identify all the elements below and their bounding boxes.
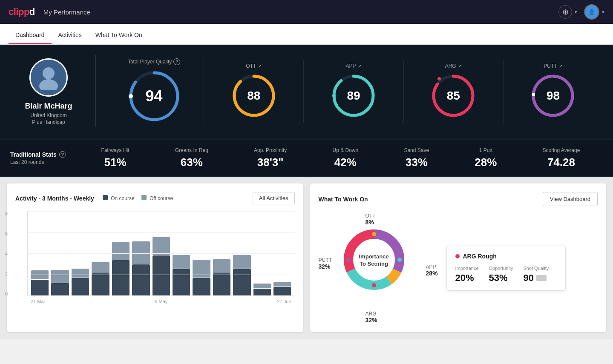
avatar-dropdown-arrow: ▾	[602, 9, 604, 15]
bar-oncourse	[132, 264, 150, 296]
donut-label-app: APP28%	[426, 264, 437, 277]
header: clippd My Performance ⊕ ▾ 👤 ▾	[0, 0, 613, 24]
bar-offcourse	[153, 237, 170, 255]
donut-wrapper: OTT8% APP28% ARG32% PUTT32%	[319, 213, 438, 324]
score-app-label: APP ↗	[346, 63, 362, 69]
header-title: My Performance	[43, 9, 90, 16]
hero-scores: Total Player Quality ? 94 OTT ↗	[104, 55, 603, 127]
donut-label-arg: ARG32%	[365, 311, 377, 324]
bar-group	[153, 237, 170, 296]
circle-app: 89	[330, 72, 377, 119]
x-label-3: 27 Jun	[277, 299, 291, 304]
circle-ott: 88	[230, 72, 277, 119]
header-right: ⊕ ▾ 👤 ▾	[558, 4, 604, 20]
help-icon-trad[interactable]: ?	[59, 151, 66, 158]
avatar[interactable]: 👤	[584, 4, 599, 20]
bar-oncourse	[51, 283, 69, 296]
score-total: Total Player Quality ? 94	[104, 55, 204, 127]
tab-what-to-work-on[interactable]: What To Work On	[89, 24, 149, 44]
circle-putt: 98	[530, 72, 576, 119]
bar-oncourse	[253, 289, 271, 296]
add-dropdown-arrow: ▾	[575, 9, 577, 15]
trad-stats-grid: Fairways Hit 51% Greens In Reg 63% App. …	[78, 147, 603, 169]
view-dashboard-button[interactable]: View Dashboard	[543, 192, 598, 206]
chart-bars	[27, 211, 295, 296]
player-avatar	[29, 58, 68, 97]
bar-offcourse	[273, 282, 291, 287]
bar-group	[233, 255, 250, 296]
bar-offcourse	[51, 270, 69, 283]
score-app: APP ↗ 89	[304, 60, 403, 123]
bar-oncourse	[213, 273, 230, 296]
metric-importance: Importance 20%	[455, 266, 479, 284]
info-card-title: ARG Rough	[455, 253, 557, 260]
info-card: ARG Rough Importance 20% Opportunity 53%…	[446, 246, 566, 291]
bar-offcourse	[173, 255, 190, 269]
offcourse-dot	[141, 195, 147, 200]
svg-point-4	[129, 94, 133, 98]
svg-point-23	[397, 258, 402, 262]
bar-offcourse	[72, 269, 89, 278]
score-putt-value: 98	[547, 89, 560, 103]
score-ott-value: 88	[247, 89, 260, 103]
score-total-label: Total Player Quality ?	[128, 58, 180, 65]
svg-point-25	[346, 258, 351, 262]
player-country: United Kingdom	[30, 112, 66, 118]
all-activities-button[interactable]: All Activities	[253, 192, 295, 204]
trad-stat-fairways: Fairways Hit 51%	[101, 147, 130, 169]
bar-group	[51, 270, 69, 296]
info-card-metrics: Importance 20% Opportunity 53% Shot Qual…	[455, 266, 557, 284]
add-button[interactable]: ⊕	[558, 5, 572, 19]
help-icon-total[interactable]: ?	[173, 58, 180, 65]
circle-total: 94	[127, 69, 182, 124]
activity-title: Activity - 3 Months - Weekly	[15, 195, 94, 202]
y-axis: 86420	[5, 211, 8, 296]
bar-oncourse	[193, 278, 210, 296]
bar-group	[72, 269, 89, 296]
bar-group	[193, 260, 210, 296]
x-label-2: 9 May	[155, 299, 167, 304]
chart-area: 86420 21 Mar 9 May 27 Jun	[15, 211, 295, 305]
trad-title: Traditional Stats ?	[10, 151, 78, 158]
tab-activities[interactable]: Activities	[52, 24, 89, 44]
svg-point-24	[372, 283, 376, 287]
trad-stat-1putt: 1 Putt 28%	[475, 147, 497, 169]
bar-group	[213, 259, 230, 296]
bar-offcourse	[112, 242, 130, 260]
circle-arg: 85	[430, 72, 477, 119]
bar-offcourse	[193, 260, 210, 278]
score-ott-label: OTT ↗	[246, 63, 262, 69]
bar-oncourse	[92, 273, 109, 296]
hero-divider	[95, 55, 96, 127]
score-arg: ARG ↗ 85	[404, 60, 504, 123]
player-info: Blair McHarg United Kingdom Plus Handica…	[10, 55, 87, 127]
header-left: clippd My Performance	[9, 6, 90, 17]
what-panel-header: What To Work On View Dashboard	[319, 192, 598, 206]
nav-tabs: Dashboard Activities What To Work On	[0, 24, 613, 45]
player-name: Blair McHarg	[25, 102, 72, 111]
activity-panel-header: Activity - 3 Months - Weekly On course O…	[15, 192, 295, 204]
trad-subtitle: Last 20 rounds	[10, 159, 78, 165]
trad-stat-sandsave: Sand Save 33%	[404, 147, 429, 169]
bottom-panels: Activity - 3 Months - Weekly On course O…	[0, 177, 613, 339]
logo: clippd	[9, 6, 35, 17]
bar-group	[273, 282, 291, 296]
score-putt: PUTT ↗ 98	[504, 60, 603, 123]
bar-group	[112, 242, 130, 296]
bar-oncourse	[233, 269, 250, 296]
tab-dashboard[interactable]: Dashboard	[9, 24, 52, 44]
bar-offcourse	[31, 270, 49, 279]
bar-oncourse	[273, 287, 291, 296]
player-handicap: Plus Handicap	[32, 119, 65, 125]
trad-stat-scoring: Scoring Average 74.28	[543, 147, 580, 169]
what-to-work-on-panel: What To Work On View Dashboard OTT8% APP…	[310, 183, 607, 332]
hero-section: Blair McHarg United Kingdom Plus Handica…	[0, 45, 613, 139]
x-label-1: 21 Mar	[31, 299, 45, 304]
quality-bar	[536, 275, 547, 281]
metric-opportunity: Opportunity 53%	[489, 266, 513, 284]
activity-legend: On course Off course	[103, 195, 173, 201]
bar-group	[253, 284, 271, 296]
score-putt-label: PUTT ↗	[544, 63, 562, 69]
svg-point-10	[332, 94, 336, 97]
svg-point-1	[39, 79, 58, 90]
